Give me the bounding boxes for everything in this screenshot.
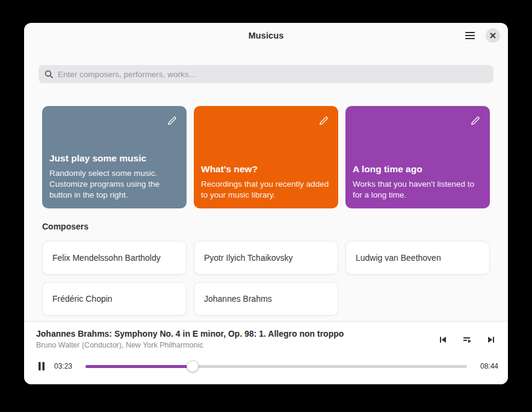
composer-item-beethoven[interactable]: Ludwig van Beethoven [345, 241, 490, 275]
program-card-just-play[interactable]: Just play some music Randomly select som… [42, 106, 187, 208]
program-title: Just play some music [49, 153, 179, 164]
program-description: Randomly select some music. Customize pr… [49, 168, 179, 201]
seek-handle[interactable] [187, 360, 199, 372]
composer-item-chopin[interactable]: Frédéric Chopin [42, 282, 187, 316]
now-playing-title: Johannes Brahms: Symphony No. 4 in E min… [36, 329, 424, 339]
composers-list: Felix Mendelssohn Bartholdy Pyotr Ilyich… [42, 241, 490, 316]
next-track-button[interactable] [483, 331, 500, 348]
now-playing-performers: Bruno Walter (Conductor), New York Philh… [36, 341, 424, 349]
program-card-long-time-ago[interactable]: A long time ago Works that you haven't l… [345, 106, 490, 208]
header-bar: Musicus [24, 23, 508, 48]
composer-item-brahms[interactable]: Johannes Brahms [194, 282, 338, 316]
previous-track-button[interactable] [435, 331, 451, 348]
window-title: Musicus [249, 31, 284, 40]
search-input[interactable] [58, 70, 487, 79]
pencil-icon [469, 116, 480, 126]
pause-icon [37, 361, 46, 371]
header-actions [462, 23, 500, 48]
playlist-icon [462, 335, 472, 345]
composer-item-tchaikovsky[interactable]: Pyotr Ilyich Tchaikovsky [194, 241, 338, 275]
playlist-button[interactable] [459, 331, 475, 348]
total-duration: 08:44 [478, 362, 498, 370]
skip-backward-icon [438, 335, 448, 345]
program-card-whats-new[interactable]: What's new? Recordings that you recently… [194, 106, 338, 208]
elapsed-time: 03:23 [54, 362, 75, 370]
hamburger-menu-icon [465, 31, 475, 40]
skip-forward-icon [486, 335, 496, 345]
pencil-icon [318, 116, 329, 126]
search-icon [45, 70, 54, 79]
main-menu-button[interactable] [462, 27, 478, 44]
pause-button[interactable] [34, 358, 49, 375]
playback-row: 03:23 08:44 [34, 355, 498, 377]
program-title: What's new? [201, 164, 331, 175]
player-controls [435, 331, 500, 348]
pencil-icon [166, 116, 177, 126]
seek-slider[interactable] [85, 360, 467, 372]
player-bar: Johannes Brahms: Symphony No. 4 in E min… [24, 321, 508, 384]
program-description: Recordings that you recently added to yo… [201, 179, 331, 201]
program-title: A long time ago [353, 164, 483, 175]
search-bar [39, 65, 493, 83]
edit-program-button[interactable] [162, 112, 181, 130]
desktop-background: Musicus [0, 0, 532, 412]
composers-heading: Composers [42, 222, 88, 231]
edit-program-button[interactable] [466, 112, 484, 130]
now-playing-info[interactable]: Johannes Brahms: Symphony No. 4 in E min… [36, 329, 424, 349]
edit-program-button[interactable] [314, 112, 332, 130]
program-cards: Just play some music Randomly select som… [42, 106, 490, 208]
app-window: Musicus [24, 23, 508, 384]
composer-item-mendelssohn[interactable]: Felix Mendelssohn Bartholdy [42, 241, 187, 275]
program-description: Works that you haven't listened to for a… [353, 179, 483, 201]
seek-progress [85, 365, 193, 368]
close-icon [490, 33, 496, 39]
close-window-button[interactable] [486, 28, 500, 43]
